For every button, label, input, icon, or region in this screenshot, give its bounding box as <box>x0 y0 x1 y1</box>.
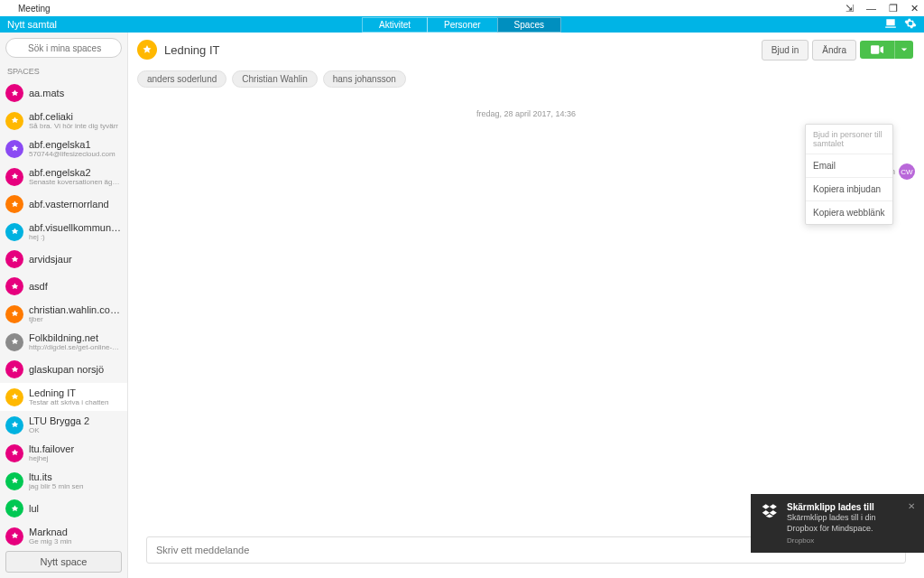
dropdown-item[interactable]: Kopiera inbjudan <box>806 178 892 201</box>
space-name: abf.vasternorrland <box>29 199 109 210</box>
space-icon <box>5 84 23 102</box>
space-name: lul <box>29 503 39 514</box>
dropdown-item[interactable]: Email <box>806 154 892 178</box>
sidebar-item-lul[interactable]: lul <box>0 495 127 522</box>
participant-chip[interactable]: anders soderlund <box>137 70 226 88</box>
sidebar-item-marknad[interactable]: MarknadGe mig 3 min <box>0 522 127 545</box>
space-icon <box>5 112 23 130</box>
space-subtitle: hejhej <box>29 454 74 462</box>
content-area: Ledning IT Bjud in Ändra anders soderlun… <box>128 33 924 578</box>
space-icon <box>5 333 23 351</box>
space-list[interactable]: aa.matsabf.celiakiSå bra. Vi hör inte di… <box>0 79 127 545</box>
sidebar-item-asdf[interactable]: asdf <box>0 273 127 300</box>
toast-close-icon[interactable]: ✕ <box>908 501 915 545</box>
change-button[interactable]: Ändra <box>812 40 856 61</box>
window-title: Meeting <box>18 4 51 14</box>
space-subtitle: hej :) <box>29 233 122 241</box>
sidebar-item-ltu-brygga-2[interactable]: LTU Brygga 2OK <box>0 411 127 439</box>
space-icon <box>5 360 23 378</box>
search-input[interactable] <box>5 38 122 58</box>
space-name: abf.visuellkommunikation <box>29 222 122 233</box>
camera-icon[interactable] <box>860 41 894 59</box>
invite-dropdown: Bjud in personer till samtalet EmailKopi… <box>805 124 893 225</box>
window-close-icon[interactable]: ✕ <box>910 3 919 14</box>
sidebar-item-abf-celiaki[interactable]: abf.celiakiSå bra. Vi hör inte dig tyvär… <box>0 107 127 135</box>
space-name: asdf <box>29 281 48 292</box>
participant-chip[interactable]: Christian Wahlin <box>232 70 317 88</box>
space-subtitle: OK <box>29 426 89 434</box>
tab-activity[interactable]: Aktivitet <box>362 17 428 33</box>
space-name: glaskupan norsjö <box>29 364 104 375</box>
space-subtitle: 570744@lifesizecloud.com <box>29 150 116 158</box>
dropdown-item[interactable]: Kopiera webblänk <box>806 201 892 224</box>
app-icon <box>5 4 14 13</box>
sidebar-item-christian-wahlin-cospace[interactable]: christian.wahlin.cospacetjber <box>0 300 127 328</box>
space-icon <box>5 250 23 268</box>
screen-share-icon[interactable] <box>884 17 897 32</box>
tab-spaces[interactable]: Spaces <box>497 17 561 33</box>
space-icon <box>5 444 23 462</box>
dropbox-icon <box>760 501 780 521</box>
sidebar-item-abf-engelska1[interactable]: abf.engelska1570744@lifesizecloud.com <box>0 135 127 163</box>
space-name: ltu.its <box>29 471 83 482</box>
sidebar-item-arvidsjaur[interactable]: arvidsjaur <box>0 246 127 273</box>
space-name: ltu.failover <box>29 443 74 454</box>
conversation-header: Ledning IT Bjud in Ändra <box>128 33 924 67</box>
new-space-button[interactable]: Nytt space <box>5 551 122 573</box>
window-minimize-icon[interactable]: — <box>866 3 876 14</box>
space-name: arvidsjaur <box>29 254 72 265</box>
chevron-down-icon[interactable] <box>894 41 913 59</box>
topbar: Nytt samtal Aktivitet Personer Spaces <box>0 16 924 33</box>
window-maximize-icon[interactable]: ❐ <box>889 3 898 14</box>
date-stamp: fredag, 28 april 2017, 14:36 <box>128 109 924 118</box>
invite-button[interactable]: Bjud in <box>762 40 809 61</box>
conversation-body: fredag, 28 april 2017, 14:36 an Wahlin C… <box>128 91 924 529</box>
space-name: Marknad <box>29 527 72 537</box>
sidebar-item-ltu-its[interactable]: ltu.itsjag blir 5 min sen <box>0 467 127 495</box>
space-name: Ledning IT <box>29 387 108 398</box>
space-icon <box>5 223 23 241</box>
spaces-section-label: SPACES <box>0 63 127 79</box>
space-icon <box>5 499 23 517</box>
toast-notification: Skärmklipp lades till Skärmklipp lades t… <box>751 494 924 553</box>
window-titlebar: Meeting ⇲ — ❐ ✕ <box>0 0 924 16</box>
settings-icon[interactable] <box>904 17 917 32</box>
top-tabs: Aktivitet Personer Spaces <box>363 17 561 33</box>
sidebar-item-ledning-it[interactable]: Ledning ITTestar att skriva i chatten <box>0 383 127 411</box>
space-name: christian.wahlin.cospace <box>29 304 122 315</box>
avatar: CW <box>899 163 915 180</box>
space-icon <box>5 416 23 434</box>
space-name: LTU Brygga 2 <box>29 415 89 426</box>
space-icon <box>5 472 23 490</box>
space-icon <box>5 305 23 323</box>
space-name: abf.engelska1 <box>29 139 116 150</box>
toast-title: Skärmklipp lades till <box>787 501 901 513</box>
window-extra-icon[interactable]: ⇲ <box>845 3 854 14</box>
space-icon <box>5 388 23 406</box>
space-subtitle: jag blir 5 min sen <box>29 482 83 490</box>
sidebar-item-aa-mats[interactable]: aa.mats <box>0 79 127 107</box>
video-call-button[interactable] <box>860 41 913 59</box>
toast-message: Skärmklipp lades till i din Dropbox för … <box>787 513 901 534</box>
space-icon <box>5 527 23 545</box>
space-subtitle: tjber <box>29 315 122 323</box>
space-subtitle: Ge mig 3 min <box>29 537 72 545</box>
sidebar-item-abf-visuellkommunikation[interactable]: abf.visuellkommunikationhej :) <box>0 218 127 246</box>
sidebar-item-abf-vasternorrland[interactable]: abf.vasternorrland <box>0 191 127 218</box>
sidebar-item-glaskupan-norsj-[interactable]: glaskupan norsjö <box>0 356 127 383</box>
space-icon <box>5 195 23 213</box>
space-subtitle: Testar att skriva i chatten <box>29 398 108 406</box>
toast-source: Dropbox <box>787 536 901 545</box>
space-icon <box>5 140 23 158</box>
sidebar-item-folkbildning-net[interactable]: Folkbildning.nethttp://digdel.se/get-onl… <box>0 328 127 356</box>
participant-chip[interactable]: hans johansson <box>323 70 406 88</box>
sidebar-item-abf-engelska2[interactable]: abf.engelska2Senaste koversationen ägde … <box>0 163 127 191</box>
tab-people[interactable]: Personer <box>427 17 498 33</box>
sidebar-item-ltu-failover[interactable]: ltu.failoverhejhej <box>0 439 127 467</box>
new-call-button[interactable]: Nytt samtal <box>7 19 57 30</box>
space-avatar-icon <box>137 40 157 60</box>
space-subtitle: Senaste koversationen ägde rum i oktober <box>29 178 122 186</box>
sidebar: SPACES aa.matsabf.celiakiSå bra. Vi hör … <box>0 33 128 578</box>
space-name: aa.mats <box>29 88 64 98</box>
dropdown-header: Bjud in personer till samtalet <box>806 125 892 154</box>
